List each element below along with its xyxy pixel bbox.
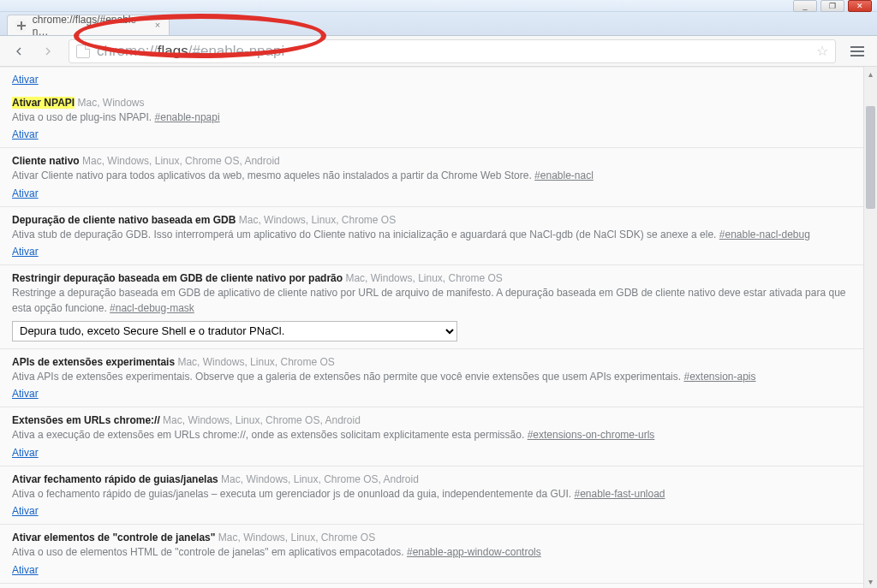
address-bar[interactable]: chrome://flags/#enable-npapi ☆ xyxy=(69,39,836,63)
flag-platforms: Mac, Windows, Linux, Chrome OS, Android xyxy=(218,473,419,485)
flag-item: Depuração de cliente nativo baseada em G… xyxy=(0,207,863,265)
flag-title: Ativar NPAPI xyxy=(12,97,75,109)
flag-hash-link[interactable]: #extension-apis xyxy=(683,371,755,383)
window-close-button[interactable]: ✕ xyxy=(848,0,872,12)
flag-item: Extensões em URLs chrome:// Mac, Windows… xyxy=(0,407,863,466)
browser-tab[interactable]: chrome://flags/#enable-n… × xyxy=(7,15,170,35)
flag-platforms: Mac, Windows, Linux, Chrome OS, Android xyxy=(80,155,280,167)
flag-description: Restringe a depuração baseada em GDB de … xyxy=(12,286,851,316)
flag-platforms: Mac, Windows, Linux, Chrome OS xyxy=(175,356,335,368)
scroll-up-button[interactable]: ▴ xyxy=(864,67,877,80)
flag-platforms: Mac, Windows, Linux, Chrome OS xyxy=(215,532,375,543)
back-button[interactable] xyxy=(7,39,31,63)
flag-title: Depuração de cliente nativo baseada em G… xyxy=(12,214,236,226)
flag-action-link[interactable]: Ativar xyxy=(12,128,39,140)
flag-hash-link[interactable]: #enable-nacl xyxy=(534,169,594,181)
flag-hash-link[interactable]: #enable-fast-unload xyxy=(574,488,665,500)
flag-title: Cliente nativo xyxy=(12,155,80,167)
flag-platforms: Mac, Windows xyxy=(75,97,144,109)
flag-title: Ativar fechamento rápido de guias/janela… xyxy=(12,473,218,485)
vertical-scrollbar[interactable]: ▴ ▾ xyxy=(863,67,877,588)
bookmark-star-icon[interactable]: ☆ xyxy=(816,43,828,59)
forward-button[interactable] xyxy=(36,39,60,63)
window-minimize-button[interactable]: _ xyxy=(793,0,817,12)
flag-description: Ativa o uso de plug-ins NPAPI. #enable-n… xyxy=(12,110,851,125)
previous-flag-trailing: Ativar xyxy=(0,68,863,90)
flag-action-link[interactable]: Ativar xyxy=(12,246,39,258)
flag-platforms: Mac, Windows, Linux, Chrome OS xyxy=(343,272,503,284)
scroll-track[interactable] xyxy=(864,80,877,574)
tab-close-icon[interactable]: × xyxy=(152,19,164,31)
window-maximize-button[interactable]: ❐ xyxy=(820,0,844,12)
flag-select[interactable]: Depura tudo, exceto Secure Shell e o tra… xyxy=(12,321,457,342)
flag-item: APIs de extensões experimentais Mac, Win… xyxy=(0,349,863,407)
flag-item: Ativar elementos de "controle de janelas… xyxy=(0,525,863,583)
flag-platforms: Mac, Windows, Linux, Chrome OS xyxy=(236,214,396,226)
flag-description: Ativa a execução de extensões em URLs ch… xyxy=(12,428,851,442)
flag-description: Ativa o fechamento rápido de guias/janel… xyxy=(12,487,851,502)
scroll-thumb[interactable] xyxy=(866,106,875,209)
scroll-down-button[interactable]: ▾ xyxy=(864,574,877,588)
flag-platforms: Mac, Windows, Linux, Chrome OS, Android xyxy=(160,414,361,426)
flag-hash-link[interactable]: #nacl-debug-mask xyxy=(110,302,194,314)
browser-toolbar: chrome://flags/#enable-npapi ☆ xyxy=(0,36,877,67)
flag-description: Ativa o uso de elementos HTML de "contro… xyxy=(12,545,851,560)
page-icon xyxy=(76,45,90,58)
flag-title: Extensões em URLs chrome:// xyxy=(12,414,160,426)
flag-item: Ativar NPAPI Mac, WindowsAtiva o uso de … xyxy=(0,90,863,148)
flag-description: Ativa APIs de extensões experimentais. O… xyxy=(12,370,851,384)
page-content: Ativar Ativar NPAPI Mac, WindowsAtiva o … xyxy=(0,67,863,588)
tab-strip: chrome://flags/#enable-n… × xyxy=(0,12,877,36)
flag-action-link[interactable]: Ativar xyxy=(12,388,39,400)
flag-title: APIs de extensões experimentais xyxy=(12,356,175,368)
flag-hash-link[interactable]: #enable-nacl-debug xyxy=(719,229,810,241)
flag-hash-link[interactable]: #enable-app-window-controls xyxy=(407,546,541,558)
window-titlebar: _ ❐ ✕ xyxy=(0,0,877,12)
flag-title: Restringir depuração baseada em GDB de c… xyxy=(12,272,343,284)
flag-description: Ativa stub de depuração GDB. Isso interr… xyxy=(12,228,851,242)
flag-action-link[interactable]: Ativar xyxy=(12,447,39,459)
flag-action-link[interactable]: Ativar xyxy=(12,564,39,576)
flag-item: Cliente nativo Mac, Windows, Linux, Chro… xyxy=(0,148,863,206)
chrome-menu-button[interactable] xyxy=(844,39,870,63)
flag-item: Ativar fechamento rápido de guias/janela… xyxy=(0,466,863,525)
flag-hash-link[interactable]: #extensions-on-chrome-urls xyxy=(528,429,655,441)
flag-item: Restringir depuração baseada em GDB de c… xyxy=(0,265,863,349)
flag-action-link[interactable]: Ativar xyxy=(12,74,39,86)
flag-description: Ativar Cliente nativo para todos aplicat… xyxy=(12,169,851,183)
flag-title: Ativar elementos de "controle de janelas… xyxy=(12,532,215,543)
flag-action-link[interactable]: Ativar xyxy=(12,187,39,199)
tab-title: chrome://flags/#enable-n… xyxy=(33,14,146,38)
radioactive-favicon-icon xyxy=(15,19,27,33)
flag-hash-link[interactable]: #enable-npapi xyxy=(155,111,220,123)
flag-action-link[interactable]: Ativar xyxy=(12,505,39,517)
url-text: chrome://flags/#enable-npapi xyxy=(97,43,284,60)
flag-item: Desativar auditoria de hiperlink Mac, Wi… xyxy=(0,584,863,588)
